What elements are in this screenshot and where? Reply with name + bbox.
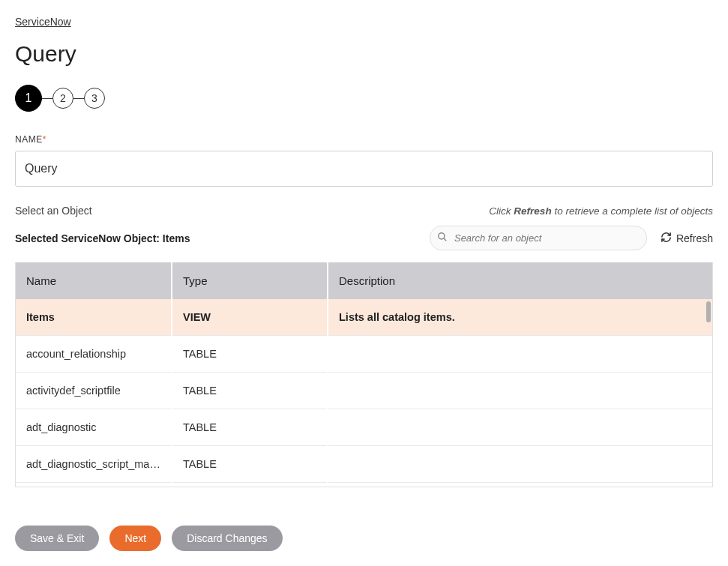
cell-name: adt_diagnostic_script_map... [16,446,172,483]
svg-point-0 [439,232,445,238]
refresh-button[interactable]: Refresh [661,232,713,245]
cell-description [328,336,712,373]
cell-description: Lists all catalog items. [328,299,712,336]
step-3[interactable]: 3 [84,88,105,109]
cell-type: TABLE [172,446,328,483]
cell-name: adt_diagnostic [16,409,172,446]
svg-line-1 [444,238,447,241]
hint-prefix: Click [489,205,514,217]
hint-suffix: to retrieve a complete list of objects [552,205,713,217]
cell-description [328,373,712,409]
save-exit-button[interactable]: Save & Exit [15,526,99,551]
table-row[interactable]: adt_diagnosticTABLE [16,409,712,446]
cell-name: account_relationship [16,336,172,373]
header-type[interactable]: Type [172,262,328,299]
header-name[interactable]: Name [16,262,172,299]
refresh-icon [661,232,672,245]
cell-type: TABLE [172,336,328,373]
table-row[interactable]: adt_diagnostic_script_map...TABLE [16,446,712,483]
cell-name: Items [16,299,172,336]
table-row[interactable]: account_relationshipTABLE [16,336,712,373]
required-asterisk: * [43,134,46,145]
hint-bold: Refresh [514,205,551,217]
header-description[interactable]: Description [328,262,712,299]
step-1[interactable]: 1 [15,85,42,112]
name-input[interactable] [15,151,713,187]
object-table: Name Type Description ItemsVIEWLists all… [15,262,713,487]
next-button[interactable]: Next [109,526,161,551]
step-connector [42,98,52,99]
search-icon [437,232,448,245]
selected-object-label: Selected ServiceNow Object: Items [15,232,190,244]
refresh-hint: Click Refresh to retrieve a complete lis… [489,205,713,217]
page-title: Query [15,41,713,67]
select-object-label: Select an Object [15,205,92,217]
table-row[interactable]: ItemsVIEWLists all catalog items. [16,299,712,336]
breadcrumb-servicenow[interactable]: ServiceNow [15,16,71,28]
stepper: 1 2 3 [15,85,713,112]
table-row[interactable]: activitydef_scriptfileTABLE [16,373,712,409]
cell-type: VIEW [172,299,328,336]
step-connector [73,98,84,99]
step-2[interactable]: 2 [52,88,73,109]
cell-name: activitydef_scriptfile [16,373,172,409]
name-field-label: NAME* [15,134,713,145]
discard-changes-button[interactable]: Discard Changes [172,526,282,551]
search-input[interactable] [430,226,647,250]
cell-type: TABLE [172,373,328,409]
name-label-text: NAME [15,134,43,145]
cell-type: TABLE [172,409,328,446]
cell-description [328,446,712,483]
scrollbar-thumb[interactable] [706,301,711,322]
cell-description [328,409,712,446]
refresh-label: Refresh [676,232,713,244]
